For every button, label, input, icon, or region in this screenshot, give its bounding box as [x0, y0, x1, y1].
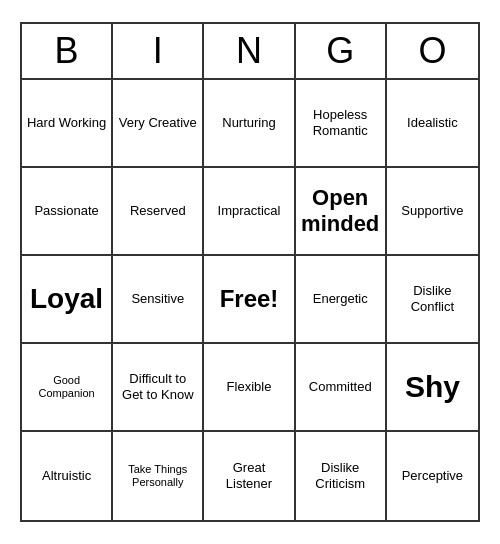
bingo-cell-7: Impractical — [204, 168, 295, 256]
bingo-cell-5: Passionate — [22, 168, 113, 256]
bingo-cell-24: Perceptive — [387, 432, 478, 520]
bingo-card: BINGO Hard WorkingVery CreativeNurturing… — [20, 22, 480, 522]
bingo-cell-19: Shy — [387, 344, 478, 432]
bingo-cell-22: Great Listener — [204, 432, 295, 520]
bingo-cell-11: Sensitive — [113, 256, 204, 344]
bingo-cell-14: Dislike Conflict — [387, 256, 478, 344]
bingo-cell-9: Supportive — [387, 168, 478, 256]
bingo-letter-i: I — [113, 24, 204, 78]
bingo-cell-10: Loyal — [22, 256, 113, 344]
bingo-letter-b: B — [22, 24, 113, 78]
bingo-cell-8: Open minded — [296, 168, 387, 256]
bingo-cell-0: Hard Working — [22, 80, 113, 168]
bingo-cell-2: Nurturing — [204, 80, 295, 168]
bingo-header: BINGO — [22, 24, 478, 80]
bingo-grid: Hard WorkingVery CreativeNurturingHopele… — [22, 80, 478, 520]
bingo-cell-15: Good Companion — [22, 344, 113, 432]
bingo-cell-20: Altruistic — [22, 432, 113, 520]
bingo-cell-16: Difficult to Get to Know — [113, 344, 204, 432]
bingo-cell-18: Committed — [296, 344, 387, 432]
bingo-letter-o: O — [387, 24, 478, 78]
bingo-cell-17: Flexible — [204, 344, 295, 432]
bingo-cell-3: Hopeless Romantic — [296, 80, 387, 168]
bingo-cell-23: Dislike Criticism — [296, 432, 387, 520]
bingo-letter-n: N — [204, 24, 295, 78]
bingo-cell-21: Take Things Personally — [113, 432, 204, 520]
bingo-cell-6: Reserved — [113, 168, 204, 256]
bingo-cell-12: Free! — [204, 256, 295, 344]
bingo-cell-1: Very Creative — [113, 80, 204, 168]
bingo-letter-g: G — [296, 24, 387, 78]
bingo-cell-13: Energetic — [296, 256, 387, 344]
bingo-cell-4: Idealistic — [387, 80, 478, 168]
